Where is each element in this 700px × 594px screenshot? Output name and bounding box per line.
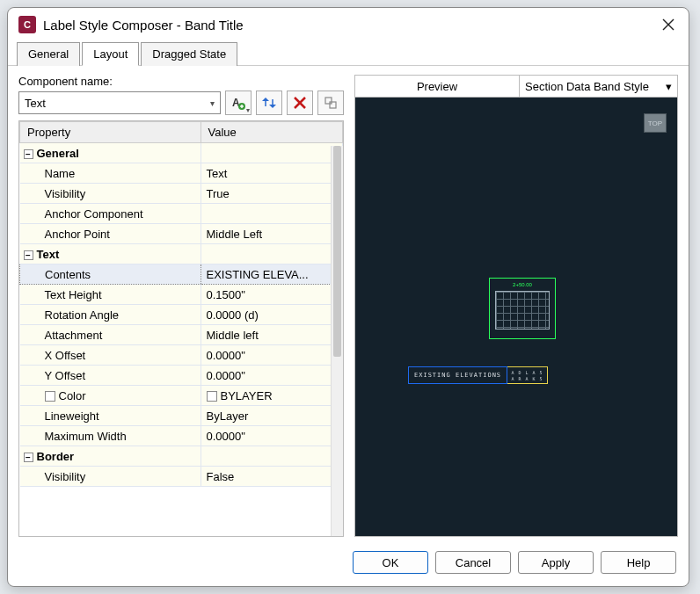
close-button[interactable]: [659, 15, 678, 34]
chevron-down-icon: ▾: [666, 80, 672, 93]
dialog-body: Component name: Text ▾ A ▾: [8, 66, 689, 542]
property-value[interactable]: 0.1500": [201, 285, 342, 305]
dialog-window: C Label Style Composer - Band Title Gene…: [7, 7, 689, 587]
property-value[interactable]: False: [201, 467, 342, 487]
preview-style-select[interactable]: Section Data Band Style ▾: [519, 76, 677, 97]
property-value[interactable]: 0.0000": [201, 366, 342, 386]
window-title: Label Style Composer - Band Title: [43, 18, 652, 33]
view-cube-top[interactable]: TOP: [644, 113, 667, 133]
property-name[interactable]: Anchor Component: [20, 204, 201, 224]
property-name[interactable]: Lineweight: [20, 406, 201, 426]
property-name[interactable]: Name: [20, 163, 201, 184]
svg-rect-12: [325, 98, 332, 104]
property-value[interactable]: Middle Left: [201, 224, 342, 244]
preview-header: Preview Section Data Band Style ▾: [354, 75, 678, 98]
component-name-value: Text: [25, 97, 46, 110]
property-name[interactable]: X Offset: [20, 345, 201, 366]
scrollbar-thumb[interactable]: [333, 146, 341, 357]
property-name[interactable]: Color: [20, 386, 201, 406]
preview-label: Preview: [355, 80, 519, 93]
color-swatch: [45, 391, 55, 402]
preview-section-box: 2+50.00: [489, 278, 556, 339]
property-value[interactable]: 0.0000 (d): [201, 305, 342, 325]
property-value[interactable]: Text: [201, 163, 342, 184]
property-name[interactable]: Visibility: [20, 184, 201, 204]
property-value[interactable]: True: [201, 184, 342, 204]
property-value[interactable]: 0.0000": [201, 426, 342, 446]
dialog-footer: OK Cancel Apply Help: [8, 542, 689, 586]
app-icon: C: [18, 16, 36, 33]
collapse-icon[interactable]: −: [24, 149, 33, 159]
property-name[interactable]: Y Offset: [20, 366, 201, 386]
add-component-button[interactable]: A ▾: [225, 91, 252, 115]
preview-viewport[interactable]: TOP 2+50.00 EXISTING ELEVATIONS A D L A …: [354, 98, 678, 537]
apply-button[interactable]: Apply: [518, 551, 594, 574]
reorder-button[interactable]: [256, 91, 282, 115]
col-value: Value: [201, 122, 342, 143]
collapse-icon[interactable]: −: [24, 250, 33, 260]
group-border[interactable]: −Border: [20, 446, 201, 467]
property-value[interactable]: BYLAYER: [201, 386, 342, 406]
property-grid[interactable]: Property Value −GeneralNameTextVisibilit…: [18, 120, 344, 537]
preview-band-data: A D L A 5 A R A K 5: [507, 366, 548, 384]
group-text[interactable]: −Text: [20, 244, 201, 264]
preview-style-value: Section Data Band Style: [525, 80, 649, 93]
group-general[interactable]: −General: [20, 143, 201, 163]
preview-grid: [495, 291, 550, 330]
tab-general[interactable]: General: [17, 42, 80, 66]
collapse-icon[interactable]: −: [24, 453, 33, 462]
property-name[interactable]: Rotation Angle: [20, 305, 201, 325]
property-value[interactable]: Middle left: [201, 325, 342, 345]
copy-button[interactable]: [317, 91, 344, 115]
property-name[interactable]: Anchor Point: [20, 224, 201, 244]
tab-bar: General Layout Dragged State: [8, 41, 689, 66]
property-value[interactable]: EXISTING ELEVA...: [201, 264, 342, 285]
svg-rect-13: [330, 102, 336, 108]
preview-station-label: 2+50.00: [513, 282, 532, 287]
component-name-select[interactable]: Text ▾: [18, 91, 221, 114]
preview-band-title: EXISTING ELEVATIONS: [408, 366, 507, 384]
cancel-button[interactable]: Cancel: [435, 551, 511, 574]
property-name[interactable]: Text Height: [20, 285, 201, 305]
property-value[interactable]: 0.0000": [201, 345, 342, 366]
property-name[interactable]: Contents: [20, 264, 201, 285]
property-name[interactable]: Visibility: [20, 467, 201, 487]
left-panel: Component name: Text ▾ A ▾: [18, 75, 344, 537]
chevron-down-icon: ▾: [210, 98, 215, 108]
preview-band-data-row: A R A K 5: [512, 376, 543, 381]
component-row: Text ▾ A ▾: [18, 91, 344, 115]
right-panel: Preview Section Data Band Style ▾ TOP 2+…: [354, 75, 678, 537]
ok-button[interactable]: OK: [353, 551, 428, 574]
color-swatch: [207, 391, 217, 402]
tab-dragged-state[interactable]: Dragged State: [141, 42, 237, 66]
preview-band-data-row: A D L A 5: [512, 370, 543, 375]
tab-layout[interactable]: Layout: [82, 42, 139, 66]
property-name[interactable]: Maximum Width: [20, 426, 201, 446]
col-property: Property: [20, 122, 201, 143]
svg-marker-7: [269, 105, 276, 108]
property-name[interactable]: Attachment: [20, 325, 201, 345]
help-button[interactable]: Help: [601, 551, 676, 574]
delete-button[interactable]: [287, 91, 313, 115]
titlebar: C Label Style Composer - Band Title: [8, 8, 689, 41]
grid-scrollbar[interactable]: [331, 146, 343, 536]
property-value[interactable]: ByLayer: [201, 406, 342, 426]
component-name-label: Component name:: [18, 75, 344, 88]
svg-marker-6: [262, 98, 269, 101]
property-value[interactable]: [201, 204, 342, 224]
preview-band: EXISTING ELEVATIONS A D L A 5 A R A K 5: [408, 366, 548, 384]
